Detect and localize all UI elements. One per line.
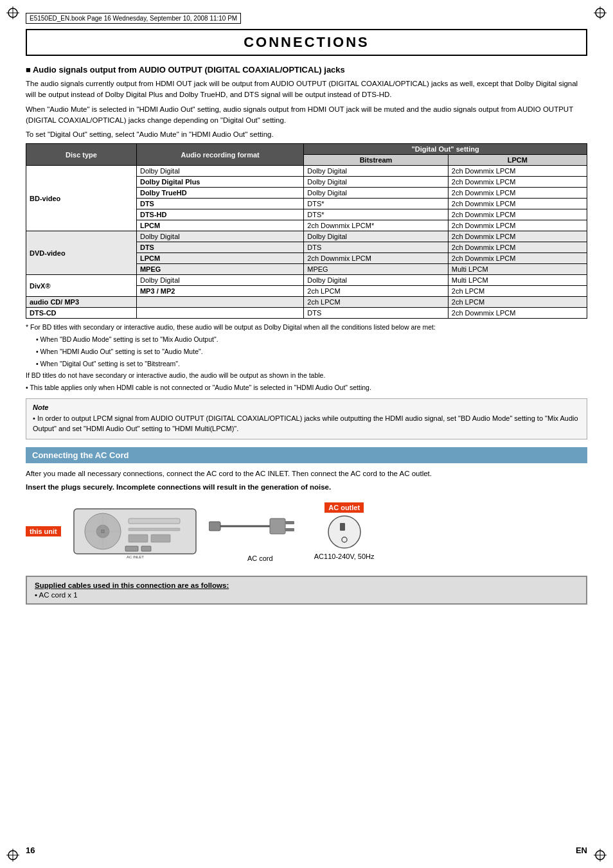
audio-para3: To set "Digital Out" setting, select "Au… [26, 129, 587, 140]
supplied-items: • AC cord x 1 [35, 591, 578, 599]
svg-rect-31 [340, 523, 345, 531]
footnote-bullet-3: • When "Digital Out" setting is set to "… [36, 359, 587, 369]
ac-voltage: AC110-240V, 50Hz [314, 553, 375, 560]
table-row: audio CD/ MP3 2ch LPCM 2ch LPCM [26, 297, 587, 308]
svg-text:AC INLET: AC INLET [127, 555, 144, 559]
svg-rect-22 [125, 546, 138, 551]
ac-bold-text: Insert the plugs securely. Incomplete co… [26, 483, 587, 491]
ac-section-header: Connecting the AC Cord [26, 447, 587, 463]
page-lang: EN [576, 846, 587, 855]
supplied-box: Supplied cables used in this connection … [26, 576, 587, 605]
page-number: 16 [26, 846, 35, 855]
svg-point-30 [328, 516, 360, 548]
col-lpcm: LPCM [448, 155, 587, 166]
page-title: CONNECTIONS [26, 29, 587, 56]
footnote-bullet-1: • When "BD Audio Mode" setting is set to… [36, 335, 587, 345]
col-disc-type: Disc type [26, 144, 137, 166]
note-content: • In order to output LPCM signal from AU… [33, 413, 580, 434]
this-unit-label: this unit [26, 526, 61, 536]
footnote2: If BD titles do not have secondary or in… [26, 371, 587, 381]
ac-outlet-label: AC outlet [324, 502, 364, 513]
audio-para2: When "Audio Mute" is selected in "HDMI A… [26, 104, 587, 127]
diagram-area: this unit AC INLET [26, 496, 587, 567]
corner-mark-bl [6, 849, 19, 862]
corner-mark-tr [594, 6, 607, 19]
note-box: Note • In order to output LPCM signal fr… [26, 398, 587, 439]
book-info: E5150ED_EN.book Page 16 Wednesday, Septe… [26, 13, 241, 24]
audio-section-heading: Audio signals output from AUDIO OUTPUT (… [26, 65, 587, 75]
note-title: Note [33, 403, 580, 411]
table-row: DVD-video Dolby Digital Dolby Digital 2c… [26, 231, 587, 242]
svg-rect-19 [151, 535, 170, 542]
table-row: DivX® Dolby Digital Dolby Digital Multi … [26, 275, 587, 286]
audio-table: Disc type Audio recording format "Digita… [26, 143, 587, 319]
svg-rect-29 [285, 528, 294, 531]
col-bitstream: Bitstream [304, 155, 449, 166]
audio-para1: The audio signals currently output from … [26, 78, 587, 101]
table-row: DTS-CD DTS 2ch Downmix LPCM [26, 308, 587, 319]
svg-rect-16 [129, 518, 180, 524]
table-row: BD-video Dolby Digital Dolby Digital 2ch… [26, 166, 587, 177]
svg-rect-17 [129, 528, 180, 531]
svg-rect-23 [141, 546, 151, 551]
svg-rect-26 [209, 522, 220, 531]
outlet-diagram [322, 513, 367, 551]
footnote1: * For BD titles with secondary or intera… [26, 323, 587, 333]
ac-cord-diagram [209, 500, 312, 552]
col-digital-out-header: "Digital Out" setting [304, 144, 587, 155]
supplied-title: Supplied cables used in this connection … [35, 581, 578, 589]
col-audio-format: Audio recording format [136, 144, 303, 166]
ac-cord-label: AC cord [247, 554, 273, 562]
footnote3: • This table applies only when HDMI cabl… [26, 383, 587, 393]
footnote-bullet-2: • When "HDMI Audio Out" setting is set t… [36, 347, 587, 357]
unit-diagram: AC INLET [67, 496, 209, 567]
corner-mark-br [594, 849, 607, 862]
svg-rect-27 [270, 518, 285, 534]
corner-mark-tl [6, 6, 19, 19]
svg-rect-18 [129, 535, 148, 542]
svg-rect-28 [285, 521, 294, 524]
ac-para1: After you made all necessary connections… [26, 468, 587, 479]
